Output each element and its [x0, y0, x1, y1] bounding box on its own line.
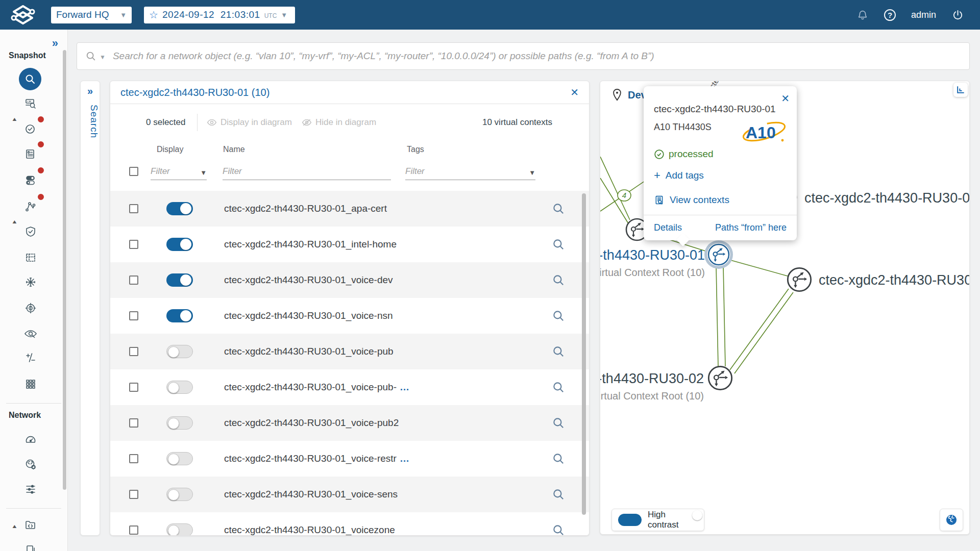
node-label-hidden[interactable]: ctec-xgdc2-th4430-RU30-01	[804, 190, 970, 206]
node-label-right[interactable]: ctec-xgdc2-th4430-RU30-01	[819, 272, 970, 288]
zoom-icon[interactable]	[552, 273, 565, 287]
display-toggle[interactable]	[166, 273, 193, 287]
copy-icon	[24, 544, 37, 551]
display-toggle[interactable]	[166, 202, 193, 215]
zoom-icon[interactable]	[552, 238, 565, 251]
snapshot-selector[interactable]: ☆ 2024-09-12 21:03:01 UTC ▼	[144, 7, 295, 23]
display-toggle[interactable]	[166, 488, 193, 501]
zoom-icon[interactable]	[552, 202, 565, 215]
row-checkbox[interactable]	[129, 311, 138, 320]
sidebar-item-path-analysis[interactable]	[19, 195, 42, 218]
collapse-chevron-icon[interactable]: ▲	[11, 523, 18, 530]
select-all-checkbox[interactable]	[129, 167, 138, 176]
row-checkbox[interactable]	[129, 347, 138, 356]
sidebar-item-plus-minus[interactable]	[19, 346, 42, 369]
high-contrast-toggle[interactable]	[618, 514, 642, 526]
sidebar-item-checks[interactable]	[19, 117, 42, 141]
table-row[interactable]: ctec-xgdc2-th4430-RU30-01_apa-cert	[110, 191, 589, 227]
sidebar-item-toggles[interactable]	[19, 168, 42, 192]
sidebar-item-sliders[interactable]	[19, 477, 42, 500]
add-tags-button[interactable]: + Add tags	[654, 170, 787, 181]
table-row[interactable]: ctec-xgdc2-th4430-RU30-01_voice-restr…	[110, 441, 589, 477]
collapse-chevron-icon[interactable]: ▲	[11, 116, 18, 122]
eye-search-icon	[24, 328, 37, 340]
row-checkbox[interactable]	[129, 204, 138, 213]
name-filter-input[interactable]	[223, 166, 391, 177]
sidebar-item-gauge[interactable]	[19, 428, 42, 452]
sidebar-item-globe-gear[interactable]	[19, 453, 42, 476]
display-toggle[interactable]	[166, 238, 193, 251]
zoom-icon[interactable]	[552, 416, 565, 430]
truncation-ellipsis[interactable]: …	[400, 453, 410, 464]
display-toggle[interactable]	[166, 452, 193, 465]
paths-from-here-link[interactable]: Paths “from” here	[715, 222, 787, 233]
table-row[interactable]: ctec-xgdc2-th4430-RU30-01_voice-pub	[110, 334, 589, 369]
chevron-down-icon[interactable]: ▼	[100, 54, 106, 61]
sidebar-item-shield-check[interactable]	[19, 220, 42, 243]
display-toggle[interactable]	[166, 381, 193, 394]
tab-search[interactable]: Search	[81, 105, 100, 138]
globe-button[interactable]	[940, 509, 963, 531]
zoom-icon[interactable]	[552, 345, 565, 358]
row-checkbox[interactable]	[129, 418, 138, 428]
close-icon[interactable]: ✕	[570, 86, 579, 98]
sidebar-item-folder-code[interactable]	[19, 513, 42, 537]
sidebar-item-report[interactable]	[19, 142, 42, 166]
panel-expand-icon[interactable]: »	[81, 85, 100, 97]
tags-filter-select[interactable]: Filter ▼	[405, 163, 535, 180]
table-row[interactable]: ctec-xgdc2-th4430-RU30-01_voice-pub2	[110, 405, 589, 441]
sidebar-item-eye-search[interactable]	[19, 322, 42, 345]
row-checkbox[interactable]	[129, 276, 138, 285]
row-checkbox[interactable]	[129, 240, 138, 249]
zoom-icon[interactable]	[552, 309, 565, 322]
table-row[interactable]: ctec-xgdc2-th4430-RU30-01_voicezone	[110, 512, 589, 536]
sidebar-item-matrix[interactable]	[19, 246, 42, 269]
view-contexts-button[interactable]: View contexts	[654, 194, 787, 206]
node-label-selected[interactable]: ctec-xgdc2-th4430-RU30-01	[600, 247, 705, 263]
sidebar-item-hub[interactable]	[19, 270, 42, 294]
sidebar-item-search[interactable]	[19, 68, 41, 90]
close-icon[interactable]: ✕	[781, 92, 790, 105]
details-link[interactable]: Details	[654, 222, 682, 233]
row-checkbox[interactable]	[129, 454, 138, 463]
row-checkbox[interactable]	[129, 383, 138, 392]
display-in-diagram-button[interactable]: Display in diagram	[207, 117, 292, 128]
zoom-icon[interactable]	[552, 381, 565, 394]
row-checkbox[interactable]	[129, 490, 138, 499]
zoom-icon[interactable]	[552, 488, 565, 501]
hide-in-diagram-button[interactable]: Hide in diagram	[302, 117, 376, 128]
row-checkbox[interactable]	[129, 525, 138, 535]
table-row[interactable]: ctec-xgdc2-th4430-RU30-01_voice-pub-…	[110, 369, 589, 405]
display-toggle[interactable]	[166, 523, 193, 536]
user-menu[interactable]: admin	[911, 10, 936, 20]
search-input[interactable]	[113, 51, 961, 62]
node-label-ru30-02[interactable]: ctec-xgdc2-th4430-RU30-02	[600, 371, 704, 387]
table-row[interactable]: ctec-xgdc2-th4430-RU30-01_voice-sens	[110, 477, 589, 512]
network-selector[interactable]: Forward HQ ▼	[51, 7, 132, 23]
list-scrollbar[interactable]	[582, 193, 586, 515]
sidebar-item-device-search[interactable]	[19, 92, 42, 115]
sidebar-expand-icon[interactable]: »	[52, 37, 58, 50]
display-toggle[interactable]	[166, 345, 193, 358]
bell-icon[interactable]	[856, 9, 869, 21]
display-toggle[interactable]	[166, 309, 193, 322]
display-toggle[interactable]	[166, 416, 193, 430]
power-icon[interactable]	[951, 9, 964, 21]
table-row[interactable]: ctec-xgdc2-th4430-RU30-01_intel-home	[110, 227, 589, 262]
star-icon[interactable]: ☆	[149, 10, 158, 20]
global-search-bar[interactable]: ▼	[77, 42, 970, 70]
sidebar-item-copy[interactable]	[19, 539, 42, 551]
sidebar-scrollbar[interactable]	[63, 50, 66, 490]
zoom-icon[interactable]	[552, 523, 565, 536]
truncation-ellipsis[interactable]: …	[400, 382, 410, 392]
topology-map[interactable]: ctec-xgdc2-th4 4 ctec-xgdc2-th4430-RU30-…	[600, 81, 970, 535]
help-icon[interactable]: ?	[884, 9, 896, 21]
zoom-icon[interactable]	[552, 452, 565, 465]
sidebar-item-apps[interactable]	[19, 372, 42, 396]
chart-view-button[interactable]	[953, 83, 968, 97]
table-row[interactable]: ctec-xgdc2-th4430-RU30-01_voice-dev	[110, 262, 589, 298]
sidebar-item-bug[interactable]	[19, 296, 42, 320]
collapse-chevron-icon[interactable]: ▲	[11, 219, 18, 225]
display-filter-select[interactable]: Filter ▼	[151, 163, 207, 180]
table-row[interactable]: ctec-xgdc2-th4430-RU30-01_voice-nsn	[110, 298, 589, 334]
